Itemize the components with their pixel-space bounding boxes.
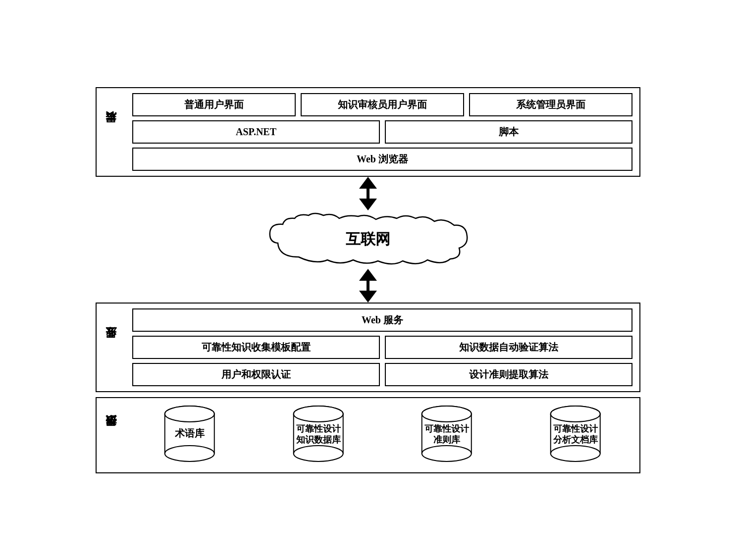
- svg-text:准则库: 准则库: [433, 434, 461, 445]
- shaft-bottom: [367, 281, 369, 291]
- presentation-row3: Web 浏览器: [132, 148, 632, 171]
- connector-bottom: [96, 269, 640, 303]
- box-admin-user: 系统管理员界面: [469, 93, 632, 116]
- svg-text:可靠性设计: 可靠性设计: [553, 424, 598, 434]
- svg-point-28: [550, 406, 600, 422]
- box-aspnet: ASP.NET: [132, 120, 380, 144]
- internet-cloud: 互联网: [259, 212, 477, 267]
- cylinder-svg-3: 可靠性设计 准则库: [389, 403, 504, 467]
- internet-cloud-container: 互联网: [96, 212, 640, 267]
- svg-point-19: [422, 446, 472, 461]
- cylinder-svg-1: 术语库: [132, 403, 247, 467]
- svg-point-27: [550, 446, 600, 461]
- business-row3: 用户和权限认证 设计准则提取算法: [132, 363, 632, 386]
- business-layer-label: 业务层: [97, 341, 125, 353]
- svg-point-11: [293, 446, 343, 461]
- presentation-layer-content: 普通用户界面 知识审核员用户界面 系统管理员界面 ASP.NET 脚本 Web …: [125, 88, 639, 176]
- data-layer: 数据层 术语库: [96, 397, 640, 473]
- svg-text:可靠性设计: 可靠性设计: [296, 424, 341, 434]
- arrow-up-icon: [359, 177, 377, 189]
- box-user-auth: 用户和权限认证: [132, 363, 380, 386]
- double-arrow-bottom: [359, 269, 377, 303]
- cylinder-svg-2: 可靠性设计 知识数据库: [261, 403, 376, 467]
- cylinder-analysis-db: 可靠性设计 分析文档库: [518, 403, 633, 467]
- arrow-down-icon2: [359, 291, 377, 303]
- double-arrow-top: [359, 177, 377, 210]
- data-layer-label: 数据层: [97, 429, 125, 441]
- svg-text:分析文档库: 分析文档库: [552, 434, 598, 445]
- presentation-layer: 表示层 普通用户界面 知识审核员用户界面 系统管理员界面 ASP.NET 脚本 …: [96, 87, 640, 177]
- svg-point-20: [422, 406, 472, 422]
- svg-point-12: [293, 406, 343, 422]
- box-design-extraction: 设计准则提取算法: [385, 363, 632, 386]
- cylinder-terminology: 术语库: [132, 403, 247, 467]
- box-normal-user: 普通用户界面: [132, 93, 296, 116]
- svg-text:可靠性设计: 可靠性设计: [424, 424, 470, 434]
- box-web-browser: Web 浏览器: [132, 148, 632, 171]
- arrow-up-icon2: [359, 269, 377, 281]
- architecture-diagram: 表示层 普通用户界面 知识审核员用户界面 系统管理员界面 ASP.NET 脚本 …: [96, 87, 640, 473]
- box-reliability-template: 可靠性知识收集模板配置: [132, 336, 380, 359]
- cylinder-svg-4: 可靠性设计 分析文档库: [518, 403, 633, 467]
- svg-point-4: [165, 446, 214, 461]
- business-row1: Web 服务: [132, 308, 632, 332]
- presentation-layer-label: 表示层: [97, 126, 125, 138]
- data-layer-content: 术语库 可靠性设计 知识数据库: [125, 398, 639, 472]
- connector-top: [96, 177, 640, 210]
- box-reviewer-user: 知识审核员用户界面: [301, 93, 464, 116]
- box-auto-validation: 知识数据自动验证算法: [385, 336, 632, 359]
- presentation-row1: 普通用户界面 知识审核员用户界面 系统管理员界面: [132, 93, 632, 116]
- presentation-row2: ASP.NET 脚本: [132, 120, 632, 144]
- business-row2: 可靠性知识收集模板配置 知识数据自动验证算法: [132, 336, 632, 359]
- box-script: 脚本: [385, 120, 632, 144]
- box-web-service: Web 服务: [132, 308, 632, 332]
- business-layer-content: Web 服务 可靠性知识收集模板配置 知识数据自动验证算法 用户和权限认证 设计…: [125, 304, 639, 391]
- svg-point-5: [165, 406, 214, 422]
- svg-text:知识数据库: 知识数据库: [295, 434, 341, 445]
- internet-label: 互联网: [346, 229, 390, 250]
- svg-text:术语库: 术语库: [174, 428, 205, 439]
- cylinder-knowledge-db: 可靠性设计 知识数据库: [261, 403, 376, 467]
- shaft-top: [367, 189, 369, 199]
- arrow-down-icon: [359, 199, 377, 210]
- business-layer: 业务层 Web 服务 可靠性知识收集模板配置 知识数据自动验证算法 用户和权限认…: [96, 303, 640, 392]
- cylinder-criteria-db: 可靠性设计 准则库: [389, 403, 504, 467]
